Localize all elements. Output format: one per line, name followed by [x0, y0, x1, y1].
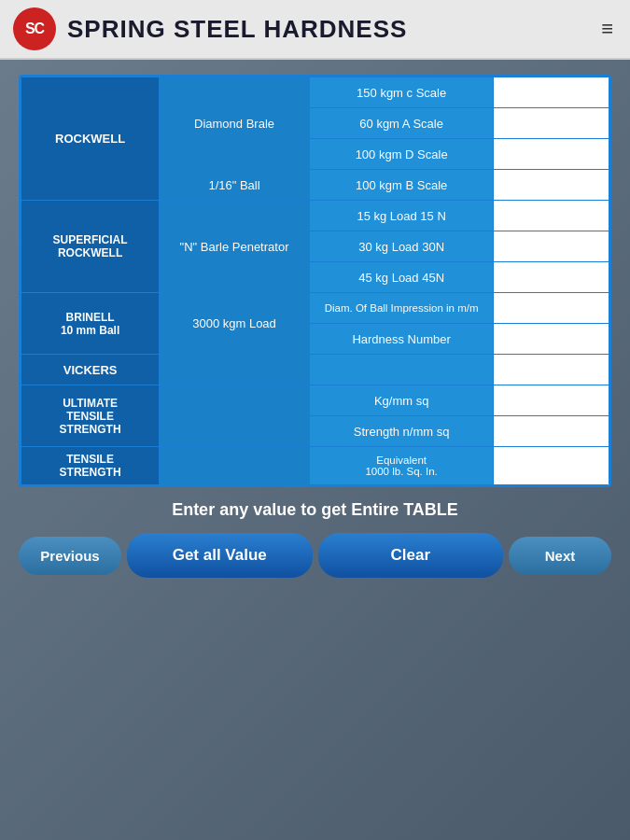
scale-equivalent: Equivalent1000 lb. Sq. In.: [309, 447, 494, 485]
input-cell: [494, 324, 609, 355]
input-vickers[interactable]: [497, 357, 605, 383]
logo-text: SC: [25, 21, 44, 37]
input-cell: [494, 385, 609, 416]
app-logo: SC: [13, 7, 56, 50]
previous-button[interactable]: Previous: [19, 537, 121, 575]
input-cell: [494, 293, 609, 324]
input-cell: [494, 355, 609, 385]
input-cell: [494, 139, 609, 170]
table-row: ROCKWELL Diamond Brale 150 kgm c Scale: [21, 77, 609, 108]
table-row: VICKERS: [21, 355, 609, 385]
subcategory-diamond-brale: Diamond Brale: [160, 77, 310, 170]
input-100kgm-b[interactable]: [497, 172, 605, 198]
subcategory-n-barle: "N" Barle Penetrator: [160, 201, 310, 293]
clear-button[interactable]: Clear: [318, 533, 504, 578]
app-title: SPRING STEEL HARDNESS: [67, 15, 597, 44]
app-header: SC SPRING STEEL HARDNESS ≡: [0, 0, 630, 60]
hardness-table: ROCKWELL Diamond Brale 150 kgm c Scale 6…: [19, 75, 611, 487]
button-row: Previous Get all Value Clear Next: [19, 533, 611, 578]
subcategory-ts: [160, 447, 310, 485]
scale-60kgm: 60 kgm A Scale: [309, 108, 494, 139]
input-cell: [494, 170, 609, 201]
scale-100kgm-b: 100 kgm B Scale: [309, 170, 494, 201]
input-cell: [494, 108, 609, 139]
scale-150kgm: 150 kgm c Scale: [309, 77, 494, 108]
scale-diam-ball: Diam. Of Ball Impression in m/m: [309, 293, 494, 324]
category-tensile-strength: TENSILESTRENGTH: [21, 447, 160, 485]
scale-100kgm-d: 100 kgm D Scale: [309, 139, 494, 170]
input-cell: [494, 77, 609, 108]
input-150kgm-c[interactable]: [497, 79, 605, 105]
table-row: BRINELL10 mm Ball 3000 kgm Load Diam. Of…: [21, 293, 609, 324]
category-vickers: VICKERS: [21, 355, 160, 385]
table-row: TENSILESTRENGTH Equivalent1000 lb. Sq. I…: [21, 447, 609, 485]
subcategory-uts: [160, 385, 310, 447]
input-cell: [494, 262, 609, 293]
get-all-button[interactable]: Get all Value: [127, 533, 313, 578]
category-superficial-rockwell: SUPERFICIALROCKWELL: [21, 201, 160, 293]
category-brinell: BRINELL10 mm Ball: [21, 293, 160, 355]
subcategory-3000kgm: 3000 kgm Load: [160, 293, 310, 355]
instruction-text: Enter any value to get Entire TABLE: [19, 500, 611, 520]
input-cell: [494, 201, 609, 231]
input-diam-ball[interactable]: [497, 295, 605, 321]
input-hardness-number[interactable]: [497, 326, 605, 352]
input-60kgm-a[interactable]: [497, 110, 605, 136]
input-45kg[interactable]: [497, 264, 605, 290]
scale-vickers: [309, 355, 494, 385]
next-button[interactable]: Next: [509, 537, 611, 575]
scale-15kg: 15 kg Load 15 N: [309, 201, 494, 231]
scale-30kg: 30 kg Load 30N: [309, 231, 494, 262]
main-content: ROCKWELL Diamond Brale 150 kgm c Scale 6…: [0, 60, 630, 840]
scale-kg-mm-sq: Kg/mm sq: [309, 385, 494, 416]
subcategory-ball: 1/16" Ball: [160, 170, 310, 201]
input-equivalent[interactable]: [497, 453, 605, 479]
input-cell: [494, 447, 609, 485]
input-kg-mm-sq[interactable]: [497, 387, 605, 413]
scale-strength-n-mm: Strength n/mm sq: [309, 416, 494, 447]
scale-hardness-number: Hardness Number: [309, 324, 494, 355]
scale-45kg: 45 kg Load 45N: [309, 262, 494, 293]
subcategory-vickers: [160, 355, 310, 385]
input-15kg[interactable]: [497, 203, 605, 229]
input-cell: [494, 231, 609, 262]
input-100kgm-d[interactable]: [497, 141, 605, 167]
category-rockwell: ROCKWELL: [21, 77, 160, 201]
input-cell: [494, 416, 609, 447]
input-strength-n-mm[interactable]: [497, 418, 605, 444]
table-row: SUPERFICIALROCKWELL "N" Barle Penetrator…: [21, 201, 609, 231]
input-30kg[interactable]: [497, 233, 605, 259]
table-row: ULTIMATETENSILESTRENGTH Kg/mm sq: [21, 385, 609, 416]
category-ultimate-tensile: ULTIMATETENSILESTRENGTH: [21, 385, 160, 447]
menu-icon[interactable]: ≡: [597, 13, 617, 45]
